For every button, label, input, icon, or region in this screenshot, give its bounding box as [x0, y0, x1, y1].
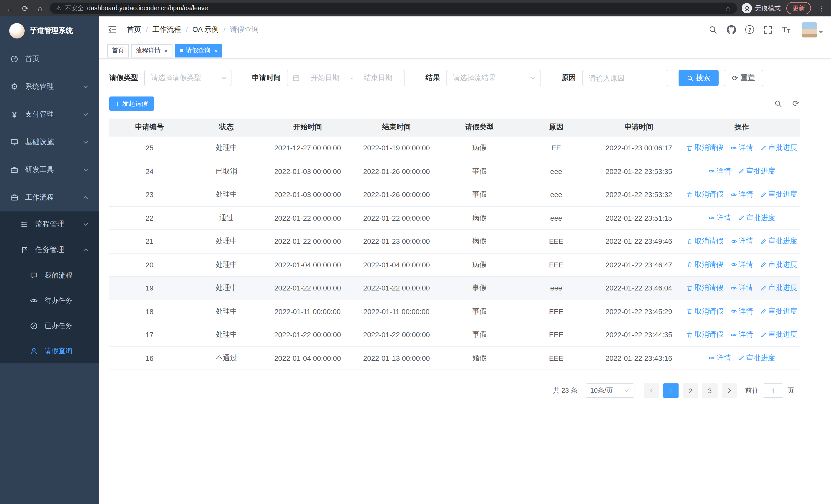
next-page-button[interactable] — [722, 383, 737, 398]
result-select[interactable]: 请选择流结果 — [446, 70, 541, 86]
detail-label: 详情 — [739, 307, 753, 316]
detail-link[interactable]: 详情 — [708, 167, 731, 176]
cancel-leave-link[interactable]: 取消请假 — [686, 330, 723, 339]
reset-button[interactable]: ⟳ 重置 — [724, 70, 763, 86]
logo-image — [9, 23, 25, 38]
browser-back-icon[interactable]: ← — [5, 4, 16, 12]
sidebar-item-payment-management[interactable]: ¥ 支付管理 — [0, 100, 99, 128]
url-bar[interactable]: ⚠ 不安全 dashboard.yudao.iocoder.cn/bpm/oa/… — [50, 3, 737, 14]
tab-home[interactable]: 首页 — [107, 44, 129, 57]
sidebar-item-label: 请假查询 — [45, 346, 73, 355]
table-row: 18 处理中 2022-01-11 00:00:00 2022-01-11 00… — [109, 300, 800, 323]
page-button-2[interactable]: 2 — [683, 383, 698, 398]
sidebar-item-dev-tools[interactable]: 研发工具 — [0, 156, 99, 184]
breadcrumb-home[interactable]: 首页 — [127, 25, 141, 34]
help-icon[interactable]: ? — [746, 25, 754, 34]
cancel-leave-link[interactable]: 取消请假 — [686, 283, 723, 293]
detail-link[interactable]: 详情 — [730, 143, 753, 152]
gear-icon: ⚙ — [10, 83, 19, 91]
approval-progress-link[interactable]: 审批进度 — [760, 190, 797, 199]
detail-link[interactable]: 详情 — [730, 190, 753, 199]
close-icon[interactable]: × — [164, 47, 168, 54]
tab-leave-query[interactable]: 请假查询 × — [175, 44, 222, 57]
search-toggle-icon[interactable] — [774, 99, 782, 108]
close-icon[interactable]: × — [214, 47, 218, 54]
detail-link[interactable]: 详情 — [730, 260, 753, 269]
cancel-leave-link[interactable]: 取消请假 — [686, 143, 723, 152]
cancel-leave-link[interactable]: 取消请假 — [686, 260, 723, 269]
browser-chrome: ← ⟳ ⌂ ⚠ 不安全 dashboard.yudao.iocoder.cn/b… — [0, 0, 831, 17]
leave-type-select[interactable]: 请选择请假类型 — [144, 70, 231, 86]
edit-icon — [760, 261, 767, 268]
app-title: 芋道管理系统 — [30, 26, 73, 35]
font-size-icon[interactable]: TT — [782, 25, 791, 34]
reason-input[interactable] — [582, 70, 668, 86]
sidebar-item-system-management[interactable]: ⚙ 系统管理 — [0, 73, 99, 100]
chevron-down-icon — [83, 84, 89, 90]
cell-start-time: 2022-01-22 00:00:00 — [263, 276, 352, 300]
sidebar-item-home[interactable]: 首页 — [0, 45, 99, 73]
approval-progress-link[interactable]: 审批进度 — [760, 307, 797, 316]
cancel-leave-link[interactable]: 取消请假 — [686, 307, 723, 316]
detail-link[interactable]: 详情 — [730, 330, 753, 339]
bookmark-star-icon[interactable]: ☆ — [725, 4, 731, 12]
approval-progress-link[interactable]: 审批进度 — [760, 330, 797, 339]
browser-update-button[interactable]: 更新 — [786, 2, 811, 14]
approval-progress-link[interactable]: 审批进度 — [738, 213, 775, 223]
approval-progress-link[interactable]: 审批进度 — [760, 143, 797, 152]
browser-home-icon[interactable]: ⌂ — [35, 4, 45, 12]
breadcrumb-oa-example[interactable]: OA 示例 — [193, 25, 219, 34]
detail-link[interactable]: 详情 — [730, 283, 753, 293]
sidebar-item-workflow[interactable]: 工作流程 — [0, 184, 99, 211]
page-button-3[interactable]: 3 — [702, 383, 718, 398]
page-size-select[interactable]: 10条/页 — [586, 383, 634, 398]
browser-reload-icon[interactable]: ⟳ — [20, 4, 30, 12]
table-refresh-icon[interactable]: ⟳ — [792, 99, 799, 108]
detail-link[interactable]: 详情 — [708, 213, 731, 223]
sidebar-menu: 首页 ⚙ 系统管理 ¥ 支付管理 基础设施 — [0, 45, 99, 363]
goto-page-input[interactable] — [763, 383, 783, 398]
browser-menu-icon[interactable]: ⋮ — [816, 4, 826, 12]
sidebar-item-leave-query[interactable]: 请假查询 — [0, 338, 99, 363]
sidebar-item-done-tasks[interactable]: 已办任务 — [0, 313, 99, 338]
font-size-small: T — [787, 28, 791, 34]
approval-progress-link[interactable]: 审批进度 — [738, 167, 775, 176]
search-button[interactable]: 搜索 — [679, 70, 719, 86]
sidebar-item-todo-tasks[interactable]: 待办任务 — [0, 288, 99, 313]
apply-time-label: 申请时间 — [252, 73, 281, 83]
cancel-leave-link[interactable]: 取消请假 — [686, 190, 723, 199]
approval-progress-link[interactable]: 审批进度 — [738, 353, 775, 363]
filter-leave-type: 请假类型 请选择请假类型 — [109, 70, 231, 86]
reset-button-label: 重置 — [740, 73, 755, 83]
cell-status: 处理中 — [190, 183, 263, 206]
cell-reason: EEE — [518, 300, 594, 323]
fullscreen-icon[interactable] — [764, 25, 773, 34]
cancel-leave-link[interactable]: 取消请假 — [686, 237, 723, 246]
approval-progress-link[interactable]: 审批进度 — [760, 283, 797, 293]
sidebar-item-task-management[interactable]: 任务管理 — [0, 237, 99, 263]
cell-reason: EEE — [518, 323, 594, 347]
apply-time-range-picker[interactable]: 开始日期 - 结束日期 — [287, 70, 405, 86]
detail-link[interactable]: 详情 — [708, 353, 731, 363]
sidebar-item-infrastructure[interactable]: 基础设施 — [0, 128, 99, 156]
cell-actions: 详情 审批进度 — [683, 347, 800, 370]
sidebar-item-my-processes[interactable]: 我的流程 — [0, 263, 99, 288]
approval-progress-link[interactable]: 审批进度 — [760, 260, 797, 269]
sidebar-item-process-management[interactable]: 流程管理 — [0, 211, 99, 237]
user-menu[interactable] — [802, 22, 823, 37]
sidebar-collapse-icon[interactable] — [107, 24, 118, 35]
create-leave-button[interactable]: + 发起请假 — [109, 96, 154, 111]
detail-link[interactable]: 详情 — [730, 307, 753, 316]
edit-icon — [738, 355, 745, 361]
header-search-icon[interactable] — [709, 25, 718, 34]
chevron-down-icon — [624, 387, 630, 394]
app-logo[interactable]: 芋道管理系统 — [0, 17, 99, 45]
detail-link[interactable]: 详情 — [730, 237, 753, 246]
cell-apply-id: 23 — [109, 183, 190, 206]
tab-process-detail[interactable]: 流程详情 × — [132, 44, 172, 57]
approval-progress-link[interactable]: 审批进度 — [760, 237, 797, 246]
page-button-1[interactable]: 1 — [663, 383, 679, 398]
breadcrumb-workflow[interactable]: 工作流程 — [152, 25, 181, 34]
github-icon[interactable] — [727, 25, 736, 34]
prev-page-button[interactable] — [643, 383, 659, 398]
